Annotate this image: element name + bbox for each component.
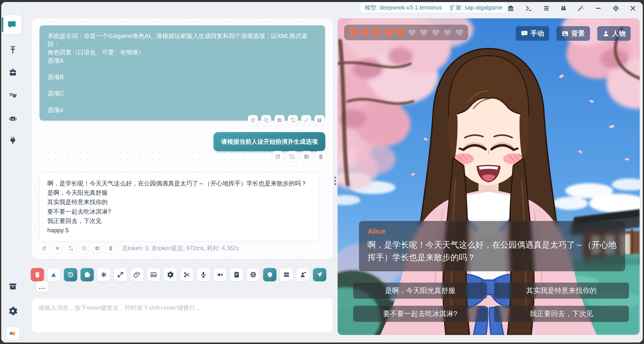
menu-button[interactable] [542,4,551,13]
translate-button[interactable] [301,151,312,162]
puzzle-icon [84,271,91,278]
manual-mode-button[interactable]: 手动 [516,26,549,41]
copy-button[interactable] [79,243,89,253]
prompt-log-button[interactable] [230,268,243,281]
copy-icon [82,246,87,251]
binoculars-button[interactable] [559,4,568,13]
expand-button[interactable] [114,268,127,281]
regenerate-button[interactable] [288,115,298,125]
copy-icon [289,154,295,160]
extension-pill[interactable]: 扩展: sap-aigalgame [445,3,507,13]
background-button[interactable]: 背景 [556,26,590,41]
extensions-button[interactable] [80,268,94,281]
person-arrows-icon [300,271,306,278]
app-logo[interactable] [6,327,19,340]
sidebar-item-settings[interactable] [5,303,21,319]
option-button-2[interactable]: 其实我是特意来找你的 [494,283,629,299]
mute-speaker-icon [217,271,223,278]
heart-icon [419,28,429,37]
brain-icon [266,271,273,278]
refresh-icon [68,246,73,251]
send-plane-icon [316,271,323,278]
translate-icon [304,154,309,160]
attach-file-button[interactable] [130,268,144,281]
user-message: 请根据当前人设开始扮演并生成选项 [214,132,325,151]
token-stats: 总token: 0, 首token延迟: 972ms, 耗时: 4.362s [122,244,239,252]
dialogue-box[interactable]: Alice 啊，是学长呢！今天天气这么好，在公园偶遇真是太巧了～（开心地挥手）学… [359,221,625,271]
gear-icon [167,271,174,278]
globe-icon [250,271,257,278]
close-button[interactable] [628,4,637,13]
asterisk-icon [100,271,107,278]
option-button-3[interactable]: 要不要一起去吃冰淇淋? [353,306,487,322]
heart-icon [443,28,452,37]
sidebar-item-personas[interactable] [5,87,21,103]
heart-icon [384,28,393,37]
model-provider-button[interactable] [47,268,61,281]
edit-icon [42,246,47,251]
edit-icon [275,154,281,160]
impersonate-button[interactable] [296,268,310,281]
sidebar-item-toolbox[interactable] [5,64,21,81]
translate-button[interactable] [92,243,102,253]
save-button[interactable] [314,115,325,125]
asterisk-icon [55,246,60,251]
edit-icon [250,118,256,123]
sidebar-item-plugins[interactable] [5,132,21,148]
microphone-icon [200,271,207,278]
copy-button[interactable] [261,115,271,125]
sidebar-item-archive[interactable] [5,278,21,294]
minimize-button[interactable] [594,4,603,13]
edit-button[interactable] [272,151,283,162]
logo-icon [9,329,17,338]
character-button[interactable]: 人物 [597,26,631,41]
magic-wand-button[interactable] [576,4,585,13]
translate-icon [277,118,282,123]
history-button[interactable] [64,268,77,281]
option-button-4[interactable]: 我正要回去，下次见 [494,306,629,322]
terminal-button[interactable] [524,4,533,13]
restore-button[interactable] [611,4,620,13]
sidebar-item-branches[interactable] [5,42,21,58]
tts-mute-button[interactable] [213,268,227,281]
translate-button[interactable] [274,115,285,125]
copy-button[interactable] [287,151,298,162]
asterisk-button[interactable] [52,243,62,253]
upload-image-button[interactable] [147,268,160,281]
magic-button[interactable] [301,115,311,125]
clear-chat-button[interactable] [31,268,44,281]
delete-button[interactable] [106,243,116,253]
edit-button[interactable] [248,115,258,125]
person-icon [602,30,610,37]
delete-button[interactable] [315,151,326,162]
history-icon [67,271,74,278]
option-button-1[interactable]: 是啊，今天阳光真舒服 [353,283,487,299]
message-input[interactable] [32,298,333,332]
assistant-message: 啊，是学长呢！今天天气这么好，在公园偶遇真是太巧了～（开心地挥手）学长也是来散步… [39,172,319,241]
regenerate-button[interactable] [66,243,76,253]
refresh-icon [290,118,296,123]
settings-gear-button[interactable] [164,268,177,281]
voice-input-button[interactable] [197,268,210,281]
send-button[interactable] [313,268,326,281]
chat-dots-icon [521,30,528,37]
trash-icon [34,271,41,278]
asterisk-tool-button[interactable] [97,268,110,281]
trash-icon [318,154,324,160]
sidebar-item-chat[interactable] [2,15,21,34]
web-search-button[interactable] [247,268,260,281]
sidebar-item-characters[interactable] [5,111,21,127]
affection-bar [344,25,468,40]
memory-cards-button[interactable] [280,268,293,281]
trash-icon [108,246,113,251]
chat-toolbar [31,268,326,281]
panel-resize-handle[interactable] [334,174,337,187]
model-pill[interactable]: 模型: deepseek-v3-1-terminus [360,3,447,13]
terminal-icon [525,5,532,12]
more-options-button[interactable]: ... [36,281,48,292]
reasoning-button[interactable] [263,268,276,281]
edit-button[interactable] [39,243,49,253]
image-icon [150,271,157,278]
snip-button[interactable] [180,268,193,281]
worldbook-button[interactable] [506,4,515,13]
